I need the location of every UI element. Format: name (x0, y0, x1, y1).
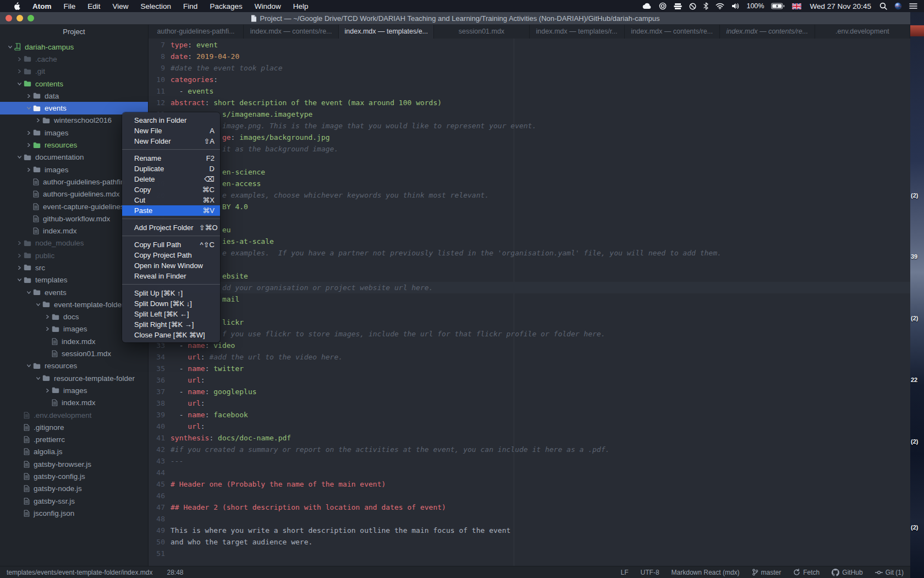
context-menu-item-copy-project-path[interactable]: Copy Project Path (122, 250, 220, 260)
tree-item-dariah-campus[interactable]: dariah-campus (0, 41, 148, 53)
code-line-22[interactable]: 22 (148, 212, 910, 224)
code-line-45[interactable]: 45# Header one (Probably the name of the… (148, 478, 910, 490)
editor-tab[interactable]: author-guidelines-pathfi... (148, 24, 244, 39)
editor-tab[interactable]: index.mdx — contents/re... (625, 24, 720, 39)
chevron-right-icon[interactable] (43, 314, 52, 319)
code-line-24[interactable]: 24 ies-at-scale (148, 236, 910, 247)
menu-bar-item-atom[interactable]: Atom (32, 2, 52, 10)
chevron-right-icon[interactable] (15, 57, 24, 62)
tree-item-.env.development[interactable]: .env.development (0, 409, 148, 421)
code-line-13[interactable]: 13 s/imagename.imagetype (148, 108, 910, 120)
code-line-11[interactable]: 11 - events (148, 85, 910, 97)
tree-item-.prettierrc[interactable]: .prettierrc (0, 434, 148, 446)
code-line-36[interactable]: 36 url: (148, 374, 910, 386)
editor-tab[interactable]: .env.development (815, 24, 910, 39)
chevron-down-icon[interactable] (15, 155, 24, 160)
desktop-icon-label[interactable]: (2) (911, 524, 918, 531)
code-line-44[interactable]: 44 (148, 467, 910, 478)
code-line-15[interactable]: 15 ge: images/background.jpg (148, 132, 910, 143)
cloud-icon[interactable] (642, 3, 652, 9)
desktop-icon-label[interactable]: (2) (911, 438, 918, 445)
desktop-icon-label[interactable]: 39 (911, 253, 917, 260)
chevron-right-icon[interactable] (24, 130, 33, 135)
apple-logo-icon[interactable] (13, 2, 20, 10)
chevron-right-icon[interactable] (34, 118, 42, 123)
code-line-23[interactable]: 23 eu (148, 224, 910, 236)
chevron-down-icon[interactable] (24, 106, 33, 111)
tree-item-algolia.js[interactable]: algolia.js (0, 446, 148, 458)
code-line-20[interactable]: 20 e examples, choose whichever keywords… (148, 189, 910, 201)
menu-bar-item-help[interactable]: Help (293, 2, 309, 10)
context-menu-item-copy[interactable]: Copy⌘C (122, 184, 220, 195)
context-menu-item-open-in-new-window[interactable]: Open in New Window (122, 260, 220, 271)
code-line-28[interactable]: 28 dd your organisation or project websi… (148, 282, 910, 293)
volume-icon[interactable] (732, 3, 739, 9)
tree-item-.cache[interactable]: .cache (0, 53, 148, 65)
chevron-right-icon[interactable] (15, 253, 24, 258)
editor-tab[interactable]: index.mdx — contents/re... (720, 24, 815, 39)
code-line-17[interactable]: 17 (148, 155, 910, 166)
code-line-21[interactable]: 21 BY 4.0 (148, 201, 910, 212)
code-line-27[interactable]: 27 ebsite (148, 270, 910, 282)
context-menu-item-close-pane-k-w[interactable]: Close Pane [⌘K ⌘W] (122, 330, 220, 340)
code-line-37[interactable]: 37 - name: googleplus (148, 386, 910, 397)
code-line-29[interactable]: 29 mail (148, 293, 910, 305)
code-line-33[interactable]: 33 - name: video (148, 340, 910, 351)
desktop-icon-label[interactable]: 22 (911, 377, 917, 383)
tree-item-session01.mdx[interactable]: session01.mdx (0, 347, 148, 359)
chevron-down-icon[interactable] (15, 81, 24, 86)
chevron-down-icon[interactable] (24, 290, 33, 295)
tree-item-jsconfig.json[interactable]: jsconfig.json (0, 507, 148, 519)
desktop-icon-label[interactable]: (2) (911, 315, 918, 321)
stack-icon[interactable] (674, 3, 682, 10)
menu-bar-clock[interactable]: Wed 27 Nov 20:45 (810, 2, 871, 10)
code-line-12[interactable]: 12abstract: short description of the eve… (148, 97, 910, 108)
menu-bar-item-file[interactable]: File (64, 2, 76, 10)
code-line-47[interactable]: 47## Header 2 (short description with lo… (148, 501, 910, 513)
chevron-down-icon[interactable] (15, 277, 24, 282)
bluetooth-icon[interactable] (703, 2, 708, 10)
code-line-10[interactable]: 10categories: (148, 74, 910, 85)
sphere-icon[interactable] (894, 2, 902, 10)
battery-icon[interactable] (771, 3, 785, 9)
chevron-down-icon[interactable] (34, 376, 42, 381)
window-title-bar[interactable]: Project — ~/Google Drive/TCD Work/DARIAH… (0, 12, 910, 25)
menu-bar-item-find[interactable]: Find (183, 2, 197, 10)
status-item-lf[interactable]: LF (621, 569, 629, 576)
context-menu-item-paste[interactable]: Paste⌘V (122, 205, 220, 216)
tree-item-.git[interactable]: .git (0, 66, 148, 78)
code-line-14[interactable]: 14 image.png. This is the image that you… (148, 120, 910, 132)
status-file-path[interactable]: templates/events/event-template-folder/i… (7, 569, 152, 576)
tree-item-gatsby-config.js[interactable]: gatsby-config.js (0, 470, 148, 482)
code-line-31[interactable]: 31 lickr (148, 317, 910, 328)
menu-bar-item-edit[interactable]: Edit (87, 2, 100, 10)
status-item-utf-8[interactable]: UTF-8 (641, 569, 659, 576)
context-menu-item-split-left-k[interactable]: Split Left [⌘K ←] (122, 309, 220, 319)
code-line-16[interactable]: 16 it as the background image. (148, 143, 910, 155)
code-line-8[interactable]: 8date: 2019-04-20 (148, 51, 910, 62)
chevron-right-icon[interactable] (24, 143, 33, 148)
wifi-icon[interactable] (716, 3, 724, 9)
chevron-right-icon[interactable] (15, 265, 24, 270)
status-item-github[interactable]: GitHub (832, 569, 862, 576)
code-line-48[interactable]: 48 (148, 513, 910, 525)
code-line-26[interactable]: 26 (148, 259, 910, 270)
code-line-42[interactable]: 42#if you created a summary or report on… (148, 444, 910, 455)
text-editor[interactable]: 7type: event8date: 2019-04-209#date the … (148, 39, 910, 566)
desktop-icon-label[interactable]: (2) (911, 192, 918, 199)
chevron-down-icon[interactable] (6, 45, 14, 50)
tree-item-resource-template-folder[interactable]: resource-template-folder (0, 372, 148, 384)
code-line-25[interactable]: 25 e examples. If you have a partner not… (148, 247, 910, 259)
code-line-19[interactable]: 19 en-access (148, 178, 910, 189)
minimize-window-button[interactable] (16, 15, 23, 21)
context-menu-item-split-up-k[interactable]: Split Up [⌘K ↑] (122, 288, 220, 298)
code-line-32[interactable]: 32 f you use flickr to store images, inc… (148, 328, 910, 340)
tree-item-.gitignore[interactable]: .gitignore (0, 421, 148, 433)
zoom-window-button[interactable] (28, 15, 34, 21)
context-menu-item-add-project-folder[interactable]: Add Project Folder⇧⌘O (122, 222, 220, 233)
chevron-down-icon[interactable] (34, 302, 42, 307)
menu-bar-item-packages[interactable]: Packages (210, 2, 242, 10)
status-item-master[interactable]: master (752, 569, 782, 576)
context-menu-item-split-down-k[interactable]: Split Down [⌘K ↓] (122, 298, 220, 309)
chevron-right-icon[interactable] (24, 167, 33, 172)
